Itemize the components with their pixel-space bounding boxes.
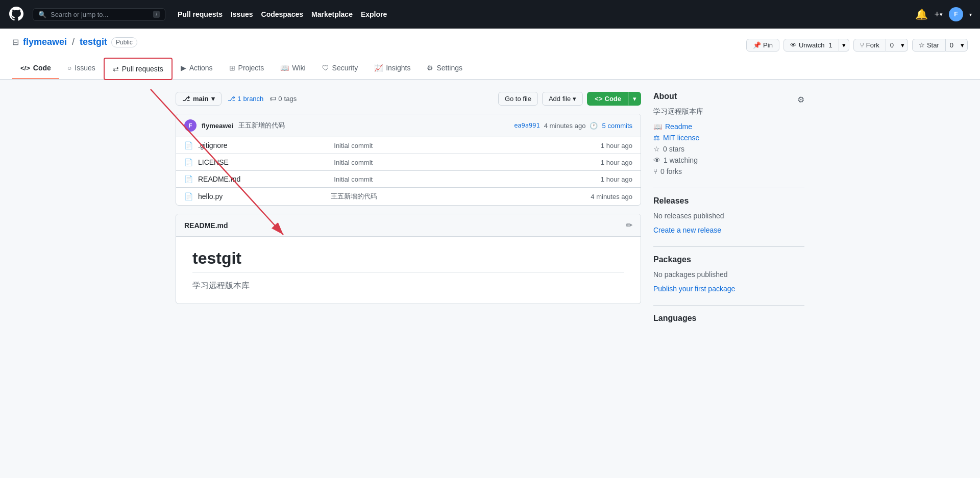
star-label: Star [927, 41, 939, 49]
pr-tab-icon: ⇄ [113, 65, 119, 73]
readme-heading: testgit [192, 249, 624, 272]
sidebar-description: 学习远程版本库 [653, 107, 804, 116]
branch-count-icon: ⎇ [228, 95, 235, 103]
nav-pull-requests[interactable]: Pull requests [178, 10, 223, 18]
repo-type-icon: ⊟ [12, 37, 19, 47]
search-box[interactable]: 🔍 Search or jump to... / [33, 8, 165, 21]
commit-author[interactable]: flymeawei [202, 122, 233, 130]
branch-name: main [193, 95, 208, 103]
star-button[interactable]: ☆ Star [912, 39, 946, 52]
commit-sha[interactable]: ea9a991 [514, 122, 540, 129]
repo-tabs: </> Code ○ Issues ⇄ Pull requests ▶ Acti… [12, 58, 968, 79]
tab-wiki[interactable]: 📖 Wiki [272, 58, 313, 79]
tab-insights[interactable]: 📈 Insights [366, 58, 419, 79]
settings-tab-icon: ⚙ [427, 64, 433, 72]
nav-issues[interactable]: Issues [231, 10, 253, 18]
publish-package-link[interactable]: Publish your first package [653, 285, 804, 293]
go-to-file-button[interactable]: Go to file [498, 92, 538, 106]
wiki-tab-icon: 📖 [280, 64, 289, 72]
code-tab-icon: </> [20, 64, 30, 72]
repo-content: ⎇ main ▾ ⎇ 1 branch 🏷 0 tags Go to file … [176, 92, 641, 335]
pin-icon: 📌 [753, 41, 761, 49]
fork-button[interactable]: ⑂ Fork [853, 39, 886, 52]
nav-explore[interactable]: Explore [361, 10, 387, 18]
file-time: 1 hour ago [601, 175, 632, 183]
github-logo[interactable] [8, 6, 24, 23]
nav-links: Pull requests Issues Codespaces Marketpl… [178, 10, 387, 18]
projects-tab-icon: ⊞ [229, 64, 235, 72]
tab-projects[interactable]: ⊞ Projects [221, 58, 273, 79]
tab-pull-requests[interactable]: ⇄ Pull requests [104, 58, 173, 80]
file-name[interactable]: hello.py [198, 192, 326, 200]
sidebar-packages-title: Packages [653, 255, 804, 264]
issues-tab-icon: ○ [67, 64, 71, 72]
repo-name[interactable]: testgit [80, 37, 107, 47]
tab-actions[interactable]: ▶ Actions [173, 58, 221, 79]
publish-package-label: Publish your first package [653, 285, 735, 293]
file-name[interactable]: LICENSE [198, 158, 329, 166]
sidebar-about: About ⚙ 学习远程版本库 📖 Readme ⚖ MIT license ☆… [653, 92, 804, 175]
branches-count: 1 [237, 95, 241, 103]
tab-security[interactable]: 🛡 Security [314, 58, 366, 79]
sidebar-readme-link[interactable]: 📖 Readme [653, 122, 804, 131]
commit-avatar-initials: F [189, 122, 192, 129]
file-time: 4 minutes ago [591, 193, 632, 200]
security-tab-icon: 🛡 [322, 64, 329, 72]
add-file-button[interactable]: Add file ▾ [542, 92, 583, 106]
actions-tab-icon: ▶ [181, 64, 186, 72]
branch-selector[interactable]: ⎇ main ▾ [176, 92, 222, 106]
caret-down-icon: ▾ [940, 11, 943, 18]
commits-link[interactable]: 5 commits [602, 122, 632, 130]
no-packages-text: No packages published [653, 270, 804, 279]
star-icon: ☆ [653, 145, 660, 153]
fork-count: 0 [886, 39, 898, 52]
create-new-button[interactable]: + ▾ [934, 9, 943, 20]
star-caret[interactable]: ▾ [958, 39, 968, 52]
star-count: 0 [946, 39, 958, 52]
sidebar-forks: ⑂ 0 forks [653, 167, 804, 175]
avatar-caret[interactable]: ▾ [969, 12, 972, 17]
unwatch-button[interactable]: 👁 Unwatch 1 [783, 39, 839, 52]
file-commit-msg: Initial commit [334, 175, 596, 183]
nav-marketplace[interactable]: Marketplace [311, 10, 353, 18]
commits-count: 5 [602, 122, 605, 130]
settings-gear-icon[interactable]: ⚙ [797, 95, 804, 105]
tab-issues[interactable]: ○ Issues [59, 58, 104, 79]
create-release-link[interactable]: Create a new release [653, 226, 804, 234]
readme-edit-button[interactable]: ✏ [626, 220, 632, 230]
unwatch-label: Unwatch [799, 41, 825, 49]
fork-label: Fork [866, 41, 879, 49]
avatar-initials: F [954, 11, 958, 18]
file-row: 📄 .gitignore Initial commit 1 hour ago [176, 137, 641, 154]
sidebar-license-label: MIT license [663, 134, 699, 142]
avatar[interactable]: F [949, 7, 963, 21]
stars-count: 0 stars [663, 145, 684, 153]
tab-code[interactable]: </> Code [12, 58, 59, 79]
sidebar-releases-title: Releases [653, 196, 804, 206]
file-name[interactable]: .gitignore [198, 141, 329, 149]
file-icon: 📄 [184, 192, 193, 200]
code-button[interactable]: <> Code [587, 92, 628, 106]
commits-label: commits [608, 122, 632, 130]
file-name[interactable]: README.md [198, 175, 329, 183]
tags-label: tags [284, 95, 297, 103]
forks-count: 0 forks [660, 167, 682, 175]
history-icon: 🕐 [590, 122, 598, 130]
pin-button[interactable]: 📌 Pin [746, 39, 779, 52]
branches-link[interactable]: ⎇ 1 branch [228, 95, 263, 103]
repo-owner[interactable]: flymeawei [23, 37, 67, 47]
sidebar-watching: 👁 1 watching [653, 156, 804, 164]
tab-settings[interactable]: ⚙ Settings [419, 58, 471, 79]
notification-bell[interactable]: 🔔 [915, 8, 928, 20]
code-caret[interactable]: ▾ [628, 92, 641, 106]
code-icon: <> [595, 95, 602, 103]
balance-icon: ⚖ [653, 134, 660, 142]
fork-caret[interactable]: ▾ [898, 39, 908, 52]
commit-header-row: F flymeawei 王五新增的代码 ea9a991 4 minutes ag… [176, 114, 641, 137]
tags-link[interactable]: 🏷 0 tags [270, 95, 297, 103]
unwatch-caret[interactable]: ▾ [839, 39, 849, 52]
sidebar-license-link[interactable]: ⚖ MIT license [653, 134, 804, 142]
search-icon: 🔍 [38, 11, 46, 18]
nav-codespaces[interactable]: Codespaces [261, 10, 303, 18]
branch-bar-right: Go to file Add file ▾ <> Code ▾ [498, 92, 641, 106]
